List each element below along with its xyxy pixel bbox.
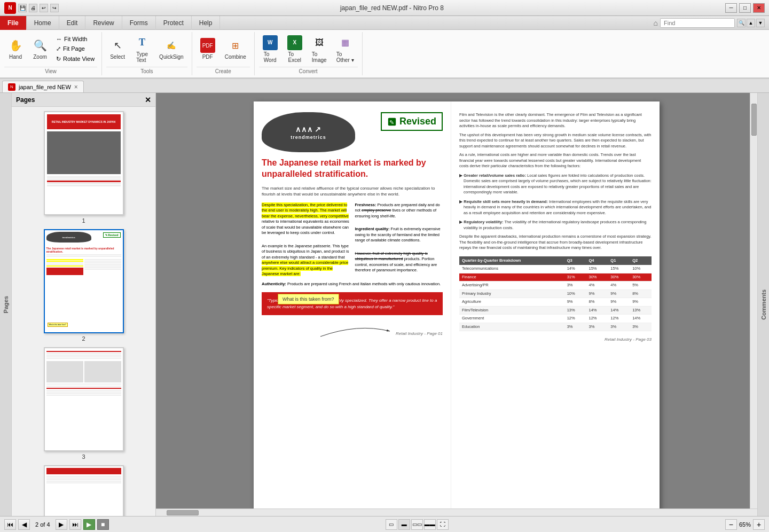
rotate-view-button[interactable]: ↻ Rotate View: [53, 54, 97, 64]
table-cell-q4: 9%: [586, 290, 608, 298]
pages-panel-header: Pages ✕: [12, 93, 155, 107]
table-row: Government 12% 12% 12% 14%: [459, 315, 652, 323]
annotation-box[interactable]: What is this taken from?: [278, 294, 339, 304]
tab-file[interactable]: File: [0, 16, 27, 30]
toimage-label: ToImage: [312, 51, 327, 63]
pdf-right-column: Film and Television is the other clearly…: [451, 101, 660, 508]
toother-button[interactable]: ▦ ToOther ▾: [333, 33, 358, 65]
pages-tab[interactable]: Pages: [0, 93, 12, 516]
doc-tab-close[interactable]: ×: [74, 83, 78, 91]
page-thumb-2[interactable]: trendmetrics ✎ Revised The Japanese reta…: [16, 229, 151, 342]
select-button[interactable]: ↖ Select: [106, 33, 129, 65]
hand-label: Hand: [9, 54, 22, 60]
authenticity-title: Authenticity:: [262, 281, 286, 286]
zoom-button[interactable]: 🔍 Zoom: [29, 33, 51, 65]
window-controls: ─ □ ✕: [725, 3, 765, 13]
save-icon[interactable]: 💾: [18, 4, 27, 12]
find-input[interactable]: [660, 18, 735, 28]
page-thumb-4[interactable]: 4: [16, 465, 151, 516]
play-button[interactable]: ▶: [83, 519, 95, 530]
table-cell-label: Education: [459, 323, 564, 331]
tab-edit[interactable]: Edit: [59, 16, 86, 30]
table-cell-q3: 10%: [564, 290, 586, 298]
horiz-scroll-thumb[interactable]: [167, 510, 199, 515]
maximize-button[interactable]: □: [739, 3, 751, 13]
table-cell-label: Telecommunications: [459, 265, 564, 273]
tab-forms[interactable]: Forms: [122, 16, 156, 30]
typetext-button[interactable]: T TypeText: [131, 33, 153, 65]
next-page-button[interactable]: ▶: [56, 519, 67, 530]
pdf-icon: PDF: [200, 38, 215, 53]
page-separator: of: [40, 521, 46, 528]
ribbon-group-convert: W ToWord X ToExcel 🖼 ToImage ▦ ToOther ▾: [255, 32, 363, 75]
pdf-page: ∧∧∧↗ trendmetrics ✎: [254, 101, 660, 508]
print-icon[interactable]: 🖨: [29, 4, 37, 12]
zoom-out-button[interactable]: −: [725, 519, 737, 530]
table-cell-q2: 13%: [630, 306, 652, 315]
undo-icon[interactable]: ↩: [40, 4, 48, 12]
toimage-button[interactable]: 🖼 ToImage: [308, 33, 331, 65]
document-tabs: N japan_file_red NEW ×: [0, 79, 769, 93]
close-button[interactable]: ✕: [753, 3, 765, 13]
page-thumb-3[interactable]: 3: [16, 347, 151, 460]
find-prev-icon[interactable]: ▲: [747, 19, 755, 27]
quicksign-button[interactable]: ✍ QuickSign: [155, 33, 187, 65]
pdf-scroll-area[interactable]: ∧∧∧↗ trendmetrics ✎: [156, 93, 757, 516]
hand-button[interactable]: ✋ Hand: [4, 33, 27, 65]
redo-icon[interactable]: ↪: [50, 4, 59, 12]
stop-button[interactable]: ■: [97, 519, 109, 530]
toexcel-button[interactable]: X ToExcel: [284, 33, 306, 65]
typetext-icon: T: [135, 35, 150, 50]
first-page-button[interactable]: ⏮: [4, 519, 16, 530]
toword-button[interactable]: W ToWord: [259, 33, 281, 65]
combine-button[interactable]: ⊞ Combine: [221, 33, 250, 65]
fullscreen-view[interactable]: ⛶: [437, 519, 449, 530]
right-para2: The upshot of this development has been …: [459, 132, 652, 150]
vertical-scrollbar[interactable]: [750, 93, 757, 508]
table-cell-q2: 8%: [630, 290, 652, 298]
prev-page-button[interactable]: ◀: [18, 519, 30, 530]
annotation-arrow: [315, 320, 395, 342]
table-row: Telecommunications 14% 15% 15% 10%: [459, 265, 652, 273]
col-2: Freshness: Products are prepared daily a…: [355, 202, 443, 277]
fit-width-label: Fit Width: [64, 36, 87, 42]
view-group-label: View: [4, 67, 97, 75]
tab-home[interactable]: Home: [27, 16, 59, 30]
table-cell-label: Agriculture: [459, 298, 564, 307]
pages-panel-close[interactable]: ✕: [145, 96, 151, 104]
trendmetrics-logo: ∧∧∧↗ trendmetrics: [262, 112, 355, 152]
find-search-icon[interactable]: 🔍: [737, 19, 746, 27]
tab-review[interactable]: Review: [85, 16, 122, 30]
minimize-button[interactable]: ─: [725, 3, 737, 13]
page-thumb-1[interactable]: RETAIL INDUSTRY MARKET DYNAMICS IN JAPAN: [16, 111, 151, 224]
col2-sect3: However, fruit of extremely high quality…: [355, 251, 443, 273]
table-row: Education 3% 3% 3% 3%: [459, 323, 652, 331]
however-strikethrough: However, fruit of extremely high quality…: [355, 251, 428, 262]
table-cell-q3: 9%: [564, 298, 586, 307]
two-page-scroll-view[interactable]: ▬▬: [424, 519, 436, 530]
comments-tab-label: Comments: [760, 290, 767, 320]
horizontal-scrollbar[interactable]: [156, 508, 757, 516]
two-page-view[interactable]: ▭▭: [411, 519, 423, 530]
document-tab[interactable]: N japan_file_red NEW ×: [2, 81, 84, 92]
logo-area: ∧∧∧↗ trendmetrics ✎: [262, 112, 443, 152]
scroll-thumb[interactable]: [751, 104, 757, 136]
comments-tab[interactable]: Comments: [757, 93, 769, 516]
pdf-button[interactable]: PDF PDF: [197, 33, 219, 65]
tab-protect[interactable]: Protect: [156, 16, 192, 30]
zoom-in-button[interactable]: +: [753, 519, 765, 530]
find-next-icon[interactable]: ▼: [756, 19, 765, 27]
fit-page-button[interactable]: ⤢ Fit Page: [53, 44, 97, 53]
tab-help[interactable]: Help: [192, 16, 221, 30]
bullet3-title: Regulatory volatility:: [464, 220, 503, 224]
table-cell-q2: 9%: [630, 298, 652, 307]
fit-width-button[interactable]: ↔ Fit Width: [53, 35, 97, 43]
last-page-button[interactable]: ⏭: [69, 519, 81, 530]
revised-pencil-icon: ✎: [387, 117, 397, 127]
table-cell-q2: 14%: [630, 315, 652, 323]
convert-group-label: Convert: [259, 67, 358, 75]
single-page-view[interactable]: ▭: [386, 519, 397, 530]
continuous-view[interactable]: ▬: [398, 519, 410, 530]
table-cell-q3: 31%: [564, 273, 586, 281]
pages-list: RETAIL INDUSTRY MARKET DYNAMICS IN JAPAN: [12, 107, 155, 516]
